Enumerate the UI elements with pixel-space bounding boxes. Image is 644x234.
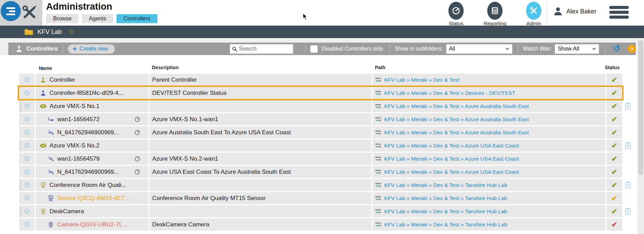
- gear-icon[interactable]: ⚙: [24, 155, 31, 163]
- search-icon: [232, 46, 237, 52]
- row-name: Conference Room Air Quali...: [50, 182, 126, 189]
- search-input[interactable]: [239, 46, 287, 52]
- joystick-icon: [39, 77, 47, 83]
- drag-handle-icon[interactable]: [20, 141, 21, 151]
- tab-agents[interactable]: Agents: [82, 14, 113, 23]
- camera-icon: [39, 208, 47, 214]
- row-path-link[interactable]: KFV Lab » Meraki » Dev & Test » Devices …: [384, 90, 515, 96]
- clipboard-icon[interactable]: [625, 102, 631, 110]
- controllers-table: ⚙ Controller Parent Controller KFV Lab »…: [19, 74, 631, 232]
- status-check-icon: ✔: [611, 128, 618, 137]
- column-description[interactable]: Description: [152, 65, 179, 70]
- robot-icon: [39, 104, 47, 109]
- table-row[interactable]: ⚙ wan1-16564579 Azure VMX-S No.2-wan1 KF…: [19, 153, 631, 165]
- row-description: Azure Australia South East To Azure USA …: [149, 126, 371, 138]
- gear-icon[interactable]: ⚙: [24, 89, 31, 97]
- menu-logo-icon[interactable]: [1, 1, 21, 21]
- status-check-icon: ✔: [611, 194, 618, 202]
- sitemap-icon: [375, 196, 381, 200]
- favorite-star-icon[interactable]: ☆: [68, 28, 75, 36]
- row-path-link[interactable]: KFV Lab » Meraki » Dev & Test » Azure US…: [384, 169, 519, 175]
- gear-icon[interactable]: ⚙: [24, 116, 31, 123]
- row-path-link[interactable]: KFV Lab » Meraki » Dev & Test » Azure US…: [384, 143, 519, 149]
- row-path-link[interactable]: KFV Lab » Meraki » Dev & Test » Azure Au…: [384, 129, 529, 136]
- status-check-icon: ✔: [611, 89, 618, 97]
- user-menu[interactable]: Alex Baker: [553, 6, 596, 17]
- gear-icon[interactable]: ⚙: [24, 168, 31, 176]
- gear-icon[interactable]: ⚙: [24, 102, 31, 110]
- row-path-link[interactable]: KFV Lab » Meraki » Dev & Test » Tanshire…: [384, 182, 507, 188]
- clipboard-icon[interactable]: [625, 142, 631, 149]
- gauge-icon: [448, 2, 464, 20]
- sitemap-icon: [375, 104, 381, 108]
- drag-handle-icon[interactable]: [20, 181, 21, 190]
- table-row[interactable]: ⚙ Controller-f8581f4c-df29-4... DEV/TEST…: [19, 87, 631, 99]
- disabled-only-checkbox[interactable]: [310, 45, 318, 53]
- status-check-icon: ✔: [611, 142, 618, 150]
- table-row[interactable]: ⚙ N_641762946900969... Azure USA East Co…: [19, 166, 631, 178]
- status-check-icon: ✔: [611, 207, 618, 216]
- sitemap-icon: [375, 117, 381, 122]
- table-row[interactable]: ⚙ wan1-16564572 Azure VMX-S No.1-wan1 KF…: [19, 113, 631, 125]
- clipboard-icon[interactable]: [625, 208, 631, 215]
- vertical-scrollbar[interactable]: [637, 38, 644, 234]
- row-name: Controller-f8581f4c-df29-4...: [50, 90, 123, 97]
- table-row[interactable]: ⚙ N_641762946900969... Azure Australia S…: [19, 126, 631, 138]
- gear-icon[interactable]: ⚙: [24, 195, 31, 202]
- gear-icon[interactable]: ⚙: [24, 129, 31, 136]
- administration-screen: Administration Browse Agents Controllers…: [0, 0, 644, 234]
- row-description: Azure VMX-S No.1-wan1: [149, 113, 371, 125]
- sensor-icon: [39, 182, 47, 188]
- row-path-link[interactable]: KFV Lab » Meraki » Dev & Test » Tanshire…: [384, 195, 507, 201]
- row-description: [149, 179, 371, 191]
- gear-icon[interactable]: ⚙: [24, 181, 31, 189]
- row-path-link[interactable]: KFV Lab » Meraki » Dev & Test » Azure US…: [384, 156, 519, 162]
- robot-icon: [39, 143, 47, 148]
- gear-icon[interactable]: ⚙: [24, 142, 31, 150]
- refresh-icon[interactable]: ↺: [612, 44, 620, 53]
- tunnel-wave-icon: [47, 170, 54, 174]
- clipboard-icon[interactable]: [625, 181, 631, 189]
- status-check-icon: ✔: [611, 168, 618, 176]
- watch-filter-select[interactable]: Show All: [555, 44, 599, 54]
- row-path-link[interactable]: KFV Lab » Meraki » Dev & Test » Tanshire…: [384, 222, 507, 228]
- tab-browse[interactable]: Browse: [46, 14, 78, 23]
- drag-handle-icon[interactable]: [20, 207, 21, 216]
- row-name: N_641762946900969...: [57, 129, 119, 136]
- help-icon[interactable]: ?: [628, 45, 636, 53]
- column-path[interactable]: Path: [375, 65, 385, 70]
- row-path-link[interactable]: KFV Lab » Meraki » Dev & Test » Tanshire…: [384, 208, 507, 215]
- chevron-down-icon: [505, 47, 509, 50]
- drag-handle-icon[interactable]: [20, 102, 21, 111]
- row-name: Sensor-Q3CQ-4W24-4E7...: [57, 195, 129, 202]
- nav-reporting[interactable]: Reporting: [483, 2, 507, 26]
- nav-admin[interactable]: Admin: [522, 2, 546, 26]
- table-row[interactable]: ⚙ Camera-Q2GV-UBU2-7L... DeskCamera Came…: [19, 218, 631, 231]
- row-path-link[interactable]: KFV Lab » Meraki » Dev & Test » Azure Au…: [384, 116, 529, 123]
- hamburger-menu-icon[interactable]: [609, 6, 629, 19]
- gauge-metric-icon: [135, 130, 140, 135]
- gear-icon[interactable]: ⚙: [24, 208, 31, 215]
- row-description: Azure USA East Coast To Azure Australia …: [149, 166, 371, 178]
- gear-icon[interactable]: ⚙: [24, 76, 31, 84]
- scrollbar-thumb[interactable]: [638, 40, 643, 175]
- wan-link-icon: [47, 117, 54, 122]
- column-status[interactable]: Status: [605, 65, 620, 70]
- row-path-link[interactable]: KFV Lab » Meraki » Dev & Test: [384, 77, 459, 83]
- subfolders-select[interactable]: All: [446, 44, 512, 54]
- row-path-link[interactable]: KFV Lab » Meraki » Dev & Test » Azure Au…: [384, 103, 529, 109]
- status-check-icon: ✔: [611, 155, 618, 163]
- nav-status[interactable]: Status: [444, 2, 468, 26]
- section-heading: Controllers: [16, 45, 58, 52]
- row-name: Azure VMX-S No.1: [50, 103, 100, 110]
- table-row[interactable]: ⚙ Controller Parent Controller KFV Lab »…: [19, 74, 631, 86]
- table-row[interactable]: ⚙ Azure VMX-S No.1 KFV Lab » Meraki » De…: [19, 100, 631, 112]
- create-new-button[interactable]: + Create new: [68, 44, 115, 54]
- gear-icon[interactable]: ⚙: [24, 221, 31, 228]
- table-row[interactable]: ⚙ Conference Room Air Quali... KFV Lab »…: [19, 179, 631, 191]
- table-row[interactable]: ⚙ DeskCamera KFV Lab » Meraki » Dev & Te…: [19, 205, 631, 217]
- row-description: Parent Controller: [149, 74, 371, 86]
- tab-controllers[interactable]: Controllers: [117, 14, 157, 23]
- table-row[interactable]: ⚙ Azure VMX-S No.2 KFV Lab » Meraki » De…: [19, 140, 631, 152]
- table-row[interactable]: ⚙ Sensor-Q3CQ-4W24-4E7... Conference Roo…: [19, 192, 631, 204]
